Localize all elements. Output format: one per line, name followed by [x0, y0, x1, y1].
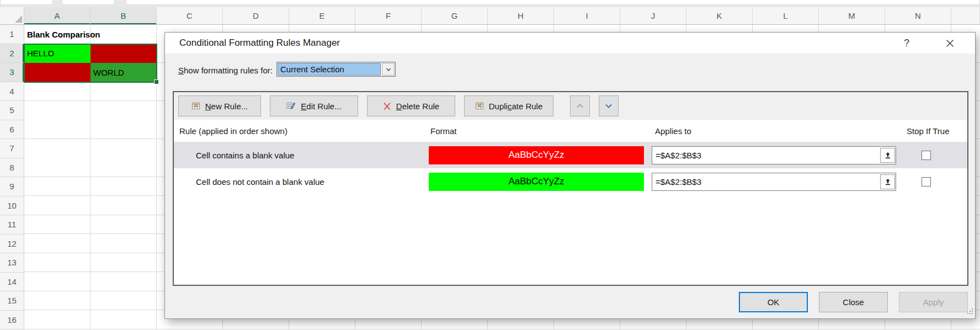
- move-up-button[interactable]: [570, 95, 590, 116]
- x-icon: [946, 39, 954, 47]
- red-x-icon: [383, 102, 391, 110]
- row-header-16[interactable]: 16: [0, 311, 24, 330]
- stop-if-true-column-header: Stop If True: [900, 126, 967, 136]
- row-header-14[interactable]: 14: [0, 273, 24, 292]
- name-box-edge: [0, 0, 53, 5]
- row-header-7[interactable]: 7: [0, 139, 24, 158]
- scope-dropdown-arrow-button[interactable]: [382, 63, 395, 76]
- rules-list: Cell contains a blank valueAaBbCcYyZz=$A…: [174, 142, 967, 195]
- row-header-15[interactable]: 15: [0, 291, 24, 311]
- rules-toolbar: New Rule... Edit Rule... Delete Rule: [174, 92, 967, 120]
- column-header-e[interactable]: E: [289, 7, 355, 24]
- rule-name: Cell contains a blank value: [174, 151, 423, 160]
- chevron-up-icon: [576, 102, 584, 110]
- collapse-dialog-button[interactable]: [880, 148, 895, 163]
- applies-to-input[interactable]: =$A$2:$B$3: [652, 173, 896, 191]
- column-header-b[interactable]: B: [90, 7, 157, 24]
- scope-dropdown[interactable]: Current Selection: [276, 62, 396, 77]
- edit-rule-button[interactable]: Edit Rule...: [270, 95, 358, 116]
- column-header-k[interactable]: K: [686, 7, 753, 24]
- formula-bar-edge: [126, 0, 980, 5]
- duplicate-rule-button[interactable]: Duplicate Rule: [464, 95, 553, 116]
- duplicate-rule-label: Duplicate Rule: [489, 102, 543, 111]
- column-header-n[interactable]: N: [885, 7, 951, 24]
- row-header-11[interactable]: 11: [0, 215, 24, 235]
- table-grid-icon: [475, 102, 484, 110]
- column-header-d[interactable]: D: [223, 7, 289, 24]
- cell-a1[interactable]: Blank Comparison: [24, 25, 157, 44]
- apply-button[interactable]: Apply: [899, 292, 968, 312]
- help-icon: ?: [904, 38, 909, 49]
- applies-to-value[interactable]: =$A$2:$B$3: [653, 151, 880, 160]
- column-header-partial[interactable]: [951, 7, 980, 24]
- selection-rectangle: [24, 44, 157, 83]
- table-pencil-icon: [286, 102, 296, 110]
- collapse-dialog-button[interactable]: [880, 174, 895, 189]
- row-header-9[interactable]: 9: [0, 177, 24, 196]
- new-rule-button[interactable]: New Rule...: [178, 95, 261, 116]
- stop-if-true-checkbox[interactable]: [922, 177, 931, 187]
- applies-to-input[interactable]: =$A$2:$B$3: [652, 146, 896, 164]
- delete-rule-button[interactable]: Delete Rule: [367, 95, 455, 116]
- close-dialog-button[interactable]: Close: [819, 292, 888, 312]
- edit-rule-label: Edit Rule...: [301, 102, 341, 111]
- column-header-l[interactable]: L: [753, 7, 819, 24]
- formula-bar-strip: [0, 0, 980, 7]
- rule-row-2[interactable]: Cell does not contain a blank valueAaBbC…: [174, 168, 967, 195]
- delete-rule-label: Delete Rule: [396, 102, 439, 111]
- collapse-dialog-arrow-icon: [884, 178, 892, 186]
- row-header-8[interactable]: 8: [0, 158, 24, 178]
- format-preview: AaBbCcYyZz: [429, 146, 644, 164]
- row-headers: 12345678910111213141516: [0, 25, 24, 330]
- column-headers: ABCDEFGHIJKLMN: [0, 7, 980, 25]
- column-header-j[interactable]: J: [620, 7, 686, 24]
- format-preview: AaBbCcYyZz: [429, 173, 644, 191]
- help-button[interactable]: ?: [899, 36, 914, 51]
- applies-to-column-header: Applies to: [647, 126, 900, 136]
- column-header-c[interactable]: C: [157, 7, 223, 24]
- rules-panel: New Rule... Edit Rule... Delete Rule: [173, 91, 968, 286]
- rule-name: Cell does not contain a blank value: [174, 177, 423, 187]
- collapse-dialog-arrow-icon: [884, 151, 892, 159]
- rule-column-header: Rule (applied in order shown): [174, 126, 423, 136]
- dialog-title: Conditional Formatting Rules Manager: [179, 38, 340, 49]
- column-header-h[interactable]: H: [488, 7, 554, 24]
- close-button[interactable]: [941, 36, 958, 51]
- column-header-g[interactable]: G: [422, 7, 488, 24]
- ok-button[interactable]: OK: [739, 292, 808, 312]
- chevron-down-icon: [385, 66, 392, 73]
- column-header-m[interactable]: M: [819, 7, 885, 24]
- column-header-f[interactable]: F: [355, 7, 422, 24]
- rules-list-area: Rule (applied in order shown) Format App…: [174, 120, 967, 285]
- row-header-6[interactable]: 6: [0, 120, 24, 140]
- row-header-13[interactable]: 13: [0, 253, 24, 273]
- new-rule-label: New Rule...: [205, 102, 248, 111]
- stop-if-true-checkbox[interactable]: [922, 151, 931, 160]
- table-grid-icon: [191, 102, 200, 110]
- scope-dropdown-value: Current Selection: [278, 63, 381, 76]
- chevron-down-icon: [604, 102, 613, 110]
- resize-grip-icon[interactable]: [966, 307, 973, 317]
- applies-to-value[interactable]: =$A$2:$B$3: [653, 177, 880, 187]
- select-all-corner[interactable]: [0, 7, 24, 24]
- rules-table-header: Rule (applied in order shown) Format App…: [174, 120, 967, 142]
- show-formatting-rules-label: Show formatting rules for:: [178, 66, 273, 75]
- row-header-4[interactable]: 4: [0, 82, 24, 102]
- column-header-a[interactable]: A: [24, 7, 90, 24]
- row-header-12[interactable]: 12: [0, 235, 24, 254]
- row-header-10[interactable]: 10: [0, 196, 24, 216]
- conditional-formatting-rules-manager-dialog: Conditional Formatting Rules Manager ? S…: [164, 32, 976, 319]
- row-header-2[interactable]: 2: [0, 44, 24, 63]
- rule-row-1[interactable]: Cell contains a blank valueAaBbCcYyZz=$A…: [174, 142, 967, 168]
- row-header-1[interactable]: 1: [0, 25, 24, 44]
- column-header-i[interactable]: I: [554, 7, 620, 24]
- row-header-3[interactable]: 3: [0, 63, 24, 82]
- insert-function-box-edge: [62, 0, 115, 5]
- dialog-footer: OK Close Apply: [739, 292, 968, 312]
- format-column-header: Format: [423, 126, 647, 136]
- move-down-button[interactable]: [599, 95, 619, 116]
- fill-handle[interactable]: [154, 79, 159, 84]
- row-header-5[interactable]: 5: [0, 101, 24, 120]
- dialog-titlebar[interactable]: Conditional Formatting Rules Manager ?: [165, 33, 975, 54]
